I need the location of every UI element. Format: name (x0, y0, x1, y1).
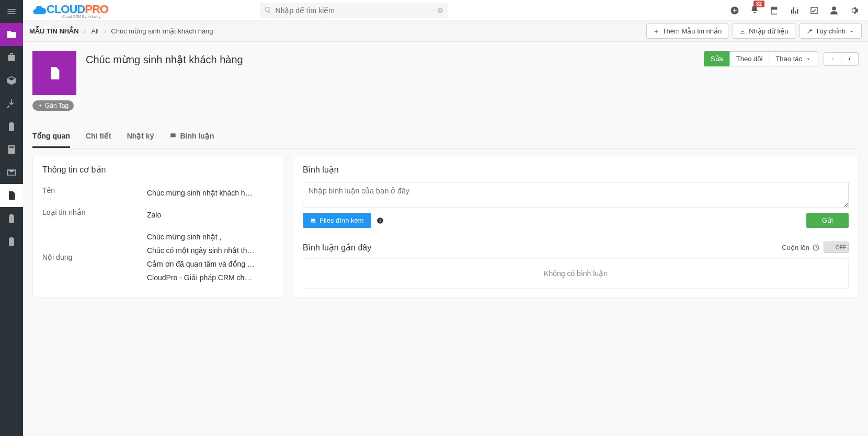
tab-log[interactable]: Nhật ký (127, 125, 154, 148)
add-circle-icon[interactable] (730, 6, 739, 15)
menu-toggle[interactable] (0, 0, 23, 23)
help-icon[interactable]: ? (813, 244, 819, 251)
import-data-label: Nhập dữ liệu (749, 27, 788, 35)
clipboard-icon (6, 236, 17, 247)
plus-icon (38, 103, 43, 108)
type-value: Zalo (147, 208, 273, 222)
tab-detail[interactable]: Chi tiết (86, 125, 111, 148)
topbar: CLOUDPRO Cloud CRM By Industry 32 (23, 0, 868, 21)
cloud-logo-icon (32, 3, 47, 18)
wrench-icon (806, 28, 813, 35)
import-data-button[interactable]: Nhập dữ liệu (733, 24, 795, 39)
briefcase-icon (6, 52, 17, 63)
clipboard-icon (6, 121, 17, 132)
folder-icon (6, 29, 17, 40)
customize-button[interactable]: Tùy chỉnh (800, 24, 862, 39)
sidebar-item-calc[interactable] (0, 138, 23, 161)
sidebar-item-template-active[interactable] (0, 184, 23, 207)
sidebar-item-clipboard3[interactable] (0, 230, 23, 253)
name-value: Chúc mừng sinh nhật khách h… (147, 186, 273, 200)
content-line: Cảm ơn đã quan tâm và đồng … (147, 257, 273, 271)
sidebar-item-box[interactable] (0, 69, 23, 92)
user-icon[interactable] (829, 6, 839, 15)
actions-dropdown-button[interactable]: Thao tác (769, 51, 818, 66)
recent-comments-title: Bình luận gần đây (303, 243, 371, 253)
recent-comments-header: Bình luận gần đây Cuộn lên ? OFF (303, 242, 849, 253)
action-button-group: Sửa Theo dõi Thao tác (704, 51, 818, 66)
hamburger-icon (6, 6, 17, 17)
send-button[interactable]: Gửi (806, 213, 849, 228)
chart-icon[interactable] (790, 6, 799, 15)
logo-text-cloud: CLOUD (47, 3, 85, 16)
breadcrumb-current: Chúc mừng sinh nhật khách hàng (111, 27, 213, 35)
type-label: Loại tin nhắn (42, 208, 147, 222)
comment-textarea[interactable] (303, 182, 849, 208)
next-record-button[interactable] (841, 52, 859, 66)
basic-info-title: Thông tin cơ bản (42, 165, 273, 175)
comments-panel: Bình luận Files đính kèm Gửi Bình luận g… (293, 156, 859, 297)
comment-actions: Files đính kèm Gửi (303, 213, 849, 228)
tab-overview[interactable]: Tổng quan (32, 125, 70, 148)
topbar-icons: 32 (730, 5, 862, 16)
search-icon (264, 6, 271, 14)
record-icon (32, 51, 76, 95)
box-icon (6, 75, 17, 86)
tab-comments-label: Bình luận (180, 132, 214, 140)
content-line: Chúc có một ngày sinh nhật th… (147, 244, 273, 257)
caret-down-icon (849, 28, 855, 35)
breadcrumb-all[interactable]: All (91, 27, 98, 35)
caret-down-icon (805, 56, 812, 62)
mail-icon (6, 167, 17, 178)
breadcrumb-actions: Thêm Mẫu tin nhắn Nhập dữ liệu Tùy chỉnh (646, 24, 862, 39)
app-root: CLOUDPRO Cloud CRM By Industry 32 (0, 0, 868, 436)
checkbox-icon[interactable] (809, 6, 819, 15)
attach-files-button[interactable]: Files đính kèm (303, 213, 371, 228)
tab-comments[interactable]: Bình luận (169, 125, 214, 148)
sidebar-item-briefcase[interactable] (0, 46, 23, 69)
breadcrumb-root[interactable]: MẪU TIN NHẮN (29, 27, 79, 35)
clipboard-icon (6, 213, 17, 224)
sidebar-item-clipboard2[interactable] (0, 207, 23, 230)
info-row-name: Tên Chúc mừng sinh nhật khách h… (42, 182, 273, 204)
content-value: Chúc mừng sinh nhật , Chúc có một ngày s… (147, 230, 273, 284)
attach-files-label: Files đính kèm (319, 216, 364, 224)
plus-icon (653, 28, 659, 35)
add-template-button[interactable]: Thêm Mẫu tin nhắn (646, 24, 729, 39)
main-area: CLOUDPRO Cloud CRM By Industry 32 (23, 0, 868, 436)
notification-badge: 32 (753, 1, 764, 7)
calendar-icon[interactable] (770, 6, 779, 15)
document-icon (6, 190, 17, 201)
logo[interactable]: CLOUDPRO Cloud CRM By Industry (32, 3, 108, 18)
record-header: Chúc mừng sinh nhật khách hàng Gán Tag S… (32, 51, 859, 111)
sidebar-item-clipboard1[interactable] (0, 115, 23, 138)
add-template-label: Thêm Mẫu tin nhắn (663, 27, 722, 35)
chevron-down-icon[interactable] (437, 7, 444, 14)
download-icon (739, 28, 746, 35)
comments-title: Bình luận (303, 165, 849, 175)
edit-button[interactable]: Sửa (704, 51, 730, 66)
prev-record-button[interactable] (824, 52, 841, 66)
comment-icon (169, 132, 177, 140)
follow-button[interactable]: Theo dõi (729, 51, 770, 66)
info-icon[interactable] (376, 217, 384, 224)
assign-tag-button[interactable]: Gán Tag (32, 100, 74, 111)
record-nav (824, 52, 859, 66)
svg-text:?: ? (815, 245, 817, 249)
comments-toggle[interactable]: OFF (824, 242, 849, 253)
document-icon (47, 66, 62, 81)
sidebar-item-mail[interactable] (0, 161, 23, 184)
sidebar-item-hand[interactable] (0, 92, 23, 115)
search-input[interactable] (260, 3, 448, 18)
chevron-right-icon (847, 56, 853, 62)
content-label: Nội dung (42, 253, 147, 261)
left-sidebar (0, 0, 23, 436)
breadcrumb-bar: MẪU TIN NHẮN › All › Chúc mừng sinh nhật… (23, 21, 868, 42)
record-actions: Sửa Theo dõi Thao tác (704, 51, 859, 66)
content: Chúc mừng sinh nhật khách hàng Gán Tag S… (23, 42, 868, 307)
assign-tag-label: Gán Tag (45, 102, 68, 109)
sidebar-item-folder[interactable] (0, 23, 23, 46)
notifications[interactable]: 32 (750, 5, 759, 16)
search-container (260, 3, 448, 18)
gear-icon[interactable] (849, 6, 859, 15)
laptop-icon (310, 217, 316, 224)
